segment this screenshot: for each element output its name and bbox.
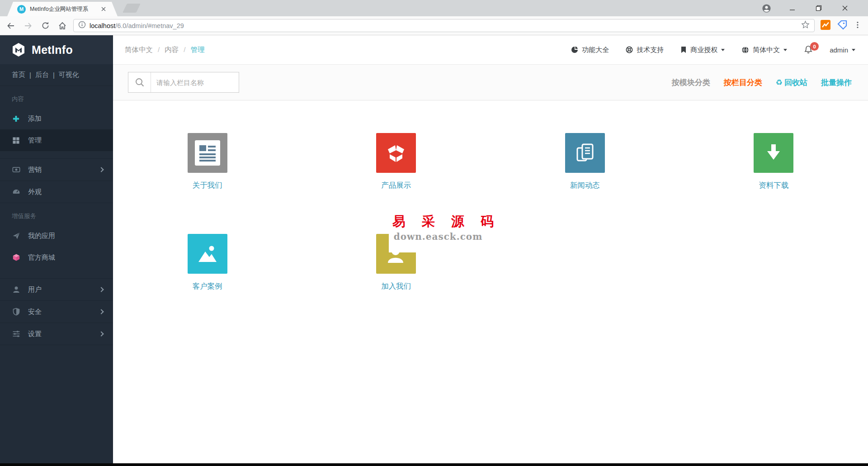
chevron-right-icon — [99, 309, 104, 314]
watermark-url: down.easck.com — [389, 231, 487, 242]
bookmark-star-icon[interactable] — [801, 20, 810, 31]
news-icon — [195, 140, 220, 166]
browser-menu-icon[interactable] — [854, 21, 862, 31]
tile-about-us[interactable]: 关于我们 — [188, 133, 227, 234]
browser-profile-icon[interactable] — [753, 4, 779, 13]
notifications-button[interactable]: 0 — [804, 45, 813, 54]
tile-square — [188, 234, 227, 274]
window-restore-button[interactable] — [806, 5, 832, 11]
url-text[interactable]: localhost/6.0/admin/#metnav_29 — [90, 22, 184, 29]
sidebar-section-vas: 增值服务 — [0, 203, 113, 225]
tile-label[interactable]: 资料下载 — [759, 181, 788, 190]
window-minimize-button[interactable] — [779, 5, 806, 11]
filter-by-column[interactable]: 按栏目分类 — [724, 77, 762, 88]
filter-links: 按模块分类 按栏目分类 ♻回收站 批量操作 — [672, 77, 852, 88]
sidebar-item-users[interactable]: 用户 — [0, 279, 113, 300]
sidebar-item-label: 外观 — [28, 188, 42, 196]
refresh-icon[interactable] — [40, 20, 51, 31]
tile-label[interactable]: 新闻动态 — [570, 181, 600, 190]
tile-label[interactable]: 客户案例 — [193, 281, 222, 291]
back-icon[interactable] — [5, 20, 16, 31]
quick-link-separator: | — [29, 71, 31, 79]
watermark: 易 采 源 码 down.easck.com — [389, 211, 487, 252]
analytics-extension-icon[interactable] — [820, 19, 831, 32]
quick-link-separator: | — [53, 71, 55, 79]
sidebar-item-settings[interactable]: 设置 — [0, 323, 113, 345]
url-host: localhost — [90, 22, 115, 29]
search-icon — [128, 72, 151, 92]
chevron-right-icon — [99, 287, 104, 292]
globe-icon — [741, 46, 749, 54]
sidebar-item-label: 设置 — [28, 330, 42, 338]
sidebar-item-marketing[interactable]: 营销 — [0, 159, 113, 181]
shield-icon — [12, 308, 20, 316]
sidebar-logo[interactable]: MetInfo — [0, 35, 113, 64]
search-input[interactable] — [151, 72, 239, 92]
main-content: 简体中文 / 内容 / 管理 功能大全 技术支持 — [113, 35, 868, 463]
tile-square — [188, 133, 227, 173]
sidebar-item-label: 添加 — [28, 114, 42, 123]
breadcrumb: 简体中文 / 内容 / 管理 — [125, 45, 205, 55]
user-menu[interactable]: admin — [830, 46, 855, 54]
recycle-bin-link[interactable]: ♻回收站 — [776, 77, 807, 88]
content-header: 简体中文 / 内容 / 管理 功能大全 技术支持 — [113, 35, 868, 65]
tab-close-icon[interactable] — [101, 6, 106, 12]
tile-cases[interactable]: 客户案例 — [188, 234, 227, 335]
batch-operations-link[interactable]: 批量操作 — [821, 77, 852, 88]
sidebar-item-security[interactable]: 安全 — [0, 301, 113, 323]
plus-icon — [12, 115, 20, 123]
sidebar-item-label: 用户 — [28, 285, 42, 294]
tile-label[interactable]: 加入我们 — [381, 281, 411, 291]
address-bar[interactable]: localhost/6.0/admin/#metnav_29 — [73, 19, 815, 32]
pie-chart-icon — [571, 46, 578, 53]
home-icon[interactable] — [57, 20, 68, 31]
nav-label: 简体中文 — [753, 46, 780, 54]
bottom-edge — [0, 463, 868, 466]
image-icon — [196, 242, 219, 266]
tile-news[interactable]: 新闻动态 — [565, 133, 605, 234]
user-icon — [12, 285, 20, 294]
forward-icon[interactable] — [23, 20, 33, 31]
tile-square — [565, 133, 605, 173]
screen: M MetInfo企业网站管理系 — [0, 0, 868, 466]
tab-title: MetInfo企业网站管理系 — [30, 5, 99, 13]
nav-label: 功能大全 — [582, 46, 609, 54]
window-close-button[interactable] — [832, 5, 858, 11]
new-tab-button[interactable] — [123, 4, 141, 13]
sidebar-item-manage[interactable]: 管理 — [0, 129, 113, 151]
browser-tab[interactable]: M MetInfo企业网站管理系 — [7, 2, 118, 16]
quick-link-home[interactable]: 首页 — [12, 71, 25, 79]
sidebar-item-add[interactable]: 添加 — [0, 108, 113, 129]
tile-downloads[interactable]: 资料下载 — [754, 133, 793, 234]
search-filter-bar: 按模块分类 按栏目分类 ♻回收站 批量操作 — [113, 65, 868, 100]
sidebar-item-appearance[interactable]: 外观 — [0, 181, 113, 203]
nav-label: 技术支持 — [637, 46, 664, 54]
category-grid: 关于我们 产品展示 — [113, 100, 868, 463]
quick-link-visual[interactable]: 可视化 — [59, 71, 79, 79]
top-nav: 功能大全 技术支持 商业授权 简体中文 — [571, 45, 855, 54]
breadcrumb-content[interactable]: 内容 — [165, 45, 179, 55]
page-info-icon[interactable] — [78, 21, 86, 30]
nav-support[interactable]: 技术支持 — [626, 46, 664, 54]
tag-extension-icon[interactable] — [837, 19, 848, 32]
life-ring-icon — [626, 46, 633, 53]
sidebar-item-official-store[interactable]: 官方商城 — [0, 247, 113, 268]
tile-square — [376, 133, 416, 173]
window-controls — [753, 0, 868, 16]
tile-label[interactable]: 关于我们 — [193, 181, 222, 190]
sidebar-section-content: 内容 — [0, 86, 113, 108]
search-box[interactable] — [128, 72, 239, 93]
quick-link-backend[interactable]: 后台 — [35, 71, 49, 79]
sidebar-divider — [0, 345, 113, 345]
nav-license[interactable]: 商业授权 — [680, 46, 725, 54]
bookmark-icon — [680, 46, 687, 53]
tile-label[interactable]: 产品展示 — [381, 181, 411, 190]
filter-by-module[interactable]: 按模块分类 — [672, 77, 710, 88]
nav-label: 商业授权 — [690, 46, 717, 54]
breadcrumb-language[interactable]: 简体中文 — [125, 45, 153, 55]
breadcrumb-manage[interactable]: 管理 — [191, 45, 205, 55]
open-box-icon — [384, 141, 408, 165]
nav-features[interactable]: 功能大全 — [571, 46, 609, 54]
sidebar-item-my-apps[interactable]: 我的应用 — [0, 225, 113, 247]
nav-language[interactable]: 简体中文 — [741, 46, 787, 54]
